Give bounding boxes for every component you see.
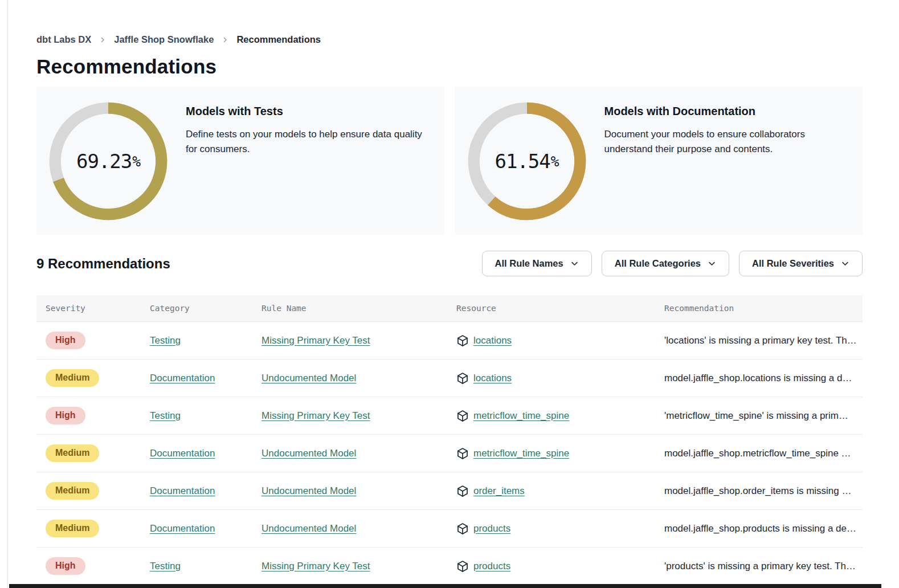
column-header-resource: Resource	[456, 304, 664, 313]
rule-names-filter-dropdown[interactable]: All Rule Names	[482, 251, 592, 276]
column-header-rule-name: Rule Name	[261, 304, 456, 313]
recommendation-text: model.jaffle_shop.metricflow_time_spine …	[664, 448, 863, 459]
recommendation-text: model.jaffle_shop.order_items is missing…	[664, 485, 863, 497]
table-row: MediumDocumentationUndocumented Modelord…	[36, 472, 863, 510]
rule-name-link[interactable]: Undocumented Model	[261, 485, 356, 496]
table-row: MediumDocumentationUndocumented Modelloc…	[36, 360, 863, 397]
table-row: HighTestingMissing Primary Key Testlocat…	[36, 322, 863, 360]
rule-name-link[interactable]: Missing Primary Key Test	[261, 410, 370, 421]
severity-badge: High	[46, 407, 85, 424]
severity-badge: High	[46, 332, 85, 349]
metric-cards: 69.23% Models with Tests Define tests on…	[36, 87, 863, 235]
rule-name-link[interactable]: Undocumented Model	[261, 373, 356, 383]
rule-severities-filter-dropdown[interactable]: All Rule Severities	[739, 251, 863, 276]
recommendation-text: model.jaffle_shop.products is missing a …	[664, 523, 863, 534]
recommendations-count: 9 Recommendations	[36, 256, 170, 272]
filter-group: All Rule Names All Rule Categories All R…	[482, 251, 863, 276]
table-row: MediumDocumentationUndocumented Modelpro…	[36, 510, 863, 548]
cube-icon	[456, 410, 469, 422]
category-link[interactable]: Testing	[150, 335, 181, 346]
card-description: Define tests on your models to help ensu…	[186, 127, 431, 157]
chevron-down-icon	[708, 259, 716, 268]
card-title: Models with Documentation	[604, 105, 849, 118]
list-toolbar: 9 Recommendations All Rule Names All Rul…	[36, 251, 863, 276]
cube-icon	[456, 522, 469, 535]
resource-link[interactable]: order_items	[473, 485, 525, 497]
column-header-recommendation: Recommendation	[664, 304, 863, 313]
recommendations-page: dbt Labs DX Jaffle Shop Snowflake Recomm…	[36, 0, 863, 585]
documentation-percentage: 61.54%	[467, 101, 587, 222]
card-models-with-tests: 69.23% Models with Tests Define tests on…	[36, 87, 444, 235]
cube-icon	[456, 560, 469, 573]
tests-percentage: 69.23%	[48, 101, 169, 222]
severity-badge: Medium	[46, 444, 99, 462]
breadcrumb-current: Recommendations	[236, 34, 321, 45]
table-row: MediumDocumentationUndocumented Modelmet…	[36, 435, 863, 472]
card-models-with-documentation: 61.54% Models with Documentation Documen…	[455, 87, 863, 235]
cube-icon	[456, 447, 469, 460]
rule-name-link[interactable]: Undocumented Model	[261, 523, 356, 534]
category-link[interactable]: Documentation	[150, 373, 215, 383]
cube-icon	[456, 372, 469, 385]
recommendation-text: 'locations' is missing a primary key tes…	[664, 335, 863, 346]
card-description: Document your models to ensure collabora…	[604, 127, 849, 157]
column-header-severity: Severity	[46, 304, 150, 313]
rule-name-link[interactable]: Undocumented Model	[261, 448, 356, 459]
category-link[interactable]: Testing	[150, 561, 181, 571]
cube-icon	[456, 334, 469, 347]
resource-link[interactable]: metricflow_time_spine	[473, 448, 569, 459]
resource-link[interactable]: locations	[473, 335, 512, 346]
chevron-right-icon	[99, 36, 106, 43]
chevron-down-icon	[841, 259, 849, 268]
resource-link[interactable]: products	[473, 523, 510, 534]
table-row: HighTestingMissing Primary Key Testprodu…	[36, 548, 863, 585]
cube-icon	[456, 485, 469, 497]
recommendation-text: model.jaffle_shop.locations is missing a…	[664, 373, 863, 384]
documentation-donut-chart: 61.54%	[467, 101, 587, 222]
category-link[interactable]: Documentation	[150, 523, 215, 534]
recommendation-text: 'metricflow_time_spine' is missing a pri…	[664, 410, 863, 422]
severity-badge: Medium	[46, 369, 99, 387]
recommendations-table: Severity Category Rule Name Resource Rec…	[36, 295, 863, 585]
column-header-category: Category	[150, 304, 261, 313]
chevron-down-icon	[570, 259, 579, 268]
table-row: HighTestingMissing Primary Key Testmetri…	[36, 397, 863, 435]
breadcrumb: dbt Labs DX Jaffle Shop Snowflake Recomm…	[36, 34, 863, 45]
breadcrumb-environment[interactable]: Jaffle Shop Snowflake	[114, 34, 214, 45]
severity-badge: Medium	[46, 520, 99, 537]
severity-badge: High	[46, 557, 85, 575]
chevron-right-icon	[222, 36, 228, 43]
table-header-row: Severity Category Rule Name Resource Rec…	[36, 295, 863, 322]
table-body: HighTestingMissing Primary Key Testlocat…	[36, 322, 863, 585]
tests-donut-chart: 69.23%	[48, 101, 169, 222]
severity-badge: Medium	[46, 482, 99, 500]
recommendation-text: 'products' is missing a primary key test…	[664, 561, 863, 572]
rule-categories-filter-dropdown[interactable]: All Rule Categories	[602, 251, 729, 276]
resource-link[interactable]: products	[473, 561, 510, 572]
page-title: Recommendations	[36, 55, 863, 78]
horizontal-scrollbar[interactable]	[9, 584, 881, 588]
sidebar-edge-divider	[7, 0, 8, 588]
rule-name-link[interactable]: Missing Primary Key Test	[261, 561, 370, 571]
category-link[interactable]: Documentation	[150, 485, 215, 496]
breadcrumb-project[interactable]: dbt Labs DX	[36, 34, 91, 45]
card-title: Models with Tests	[186, 105, 431, 118]
category-link[interactable]: Testing	[150, 410, 181, 421]
resource-link[interactable]: locations	[473, 373, 512, 384]
category-link[interactable]: Documentation	[150, 448, 215, 459]
rule-name-link[interactable]: Missing Primary Key Test	[261, 335, 370, 346]
resource-link[interactable]: metricflow_time_spine	[473, 410, 569, 422]
